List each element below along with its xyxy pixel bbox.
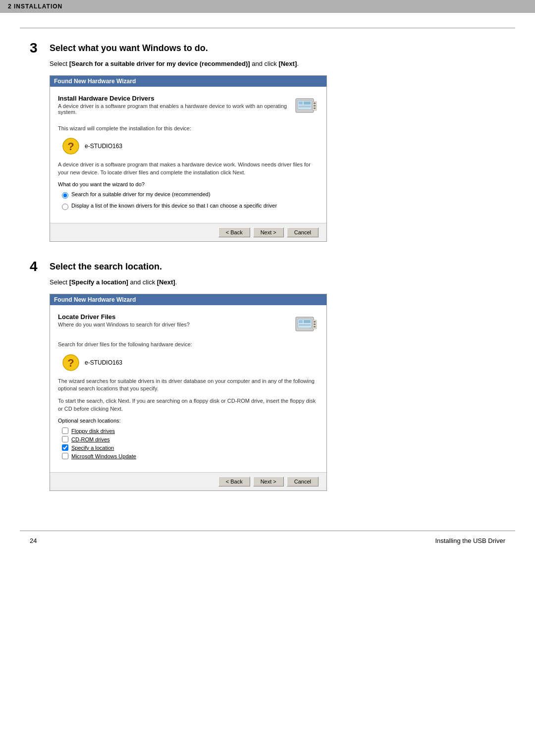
- step4-checkbox1[interactable]: [62, 428, 68, 434]
- svg-text:?: ?: [67, 357, 74, 369]
- step3-wizard-footer: < Back Next > Cancel: [50, 223, 326, 241]
- step3-desc-end: .: [297, 60, 299, 67]
- svg-rect-14: [304, 320, 311, 323]
- footer-title: Installing the USB Driver: [435, 537, 505, 544]
- step4-wizard-dialog: Found New Hardware Wizard Locate Driver …: [50, 294, 327, 491]
- hardware-icon-2: [295, 313, 319, 337]
- step3-wizard-title: Found New Hardware Wizard: [54, 78, 136, 85]
- svg-rect-17: [314, 321, 316, 323]
- step4-optional-label: Optional search locations:: [58, 418, 319, 424]
- step3-radio-group: Search for a suitable driver for my devi…: [62, 191, 319, 210]
- step4-back-button[interactable]: < Back: [218, 477, 250, 486]
- svg-text:?: ?: [67, 140, 74, 153]
- step4-device-name: e-STUDIO163: [85, 359, 122, 366]
- step4-checkbox4-text: Microsoft Windows Update: [71, 453, 136, 459]
- step4-wizard-footer: < Back Next > Cancel: [50, 472, 326, 490]
- step3-back-button[interactable]: < Back: [218, 227, 250, 237]
- step3-desc-bold: [Search for a suitable driver for my dev…: [69, 60, 250, 67]
- step4-checkbox3-label[interactable]: Specify a location: [62, 444, 319, 451]
- step3-radio1-label[interactable]: Search for a suitable driver for my devi…: [62, 191, 319, 199]
- step4-checkbox-group: Floppy disk drives CD-ROM drives Specify…: [62, 428, 319, 459]
- page-footer: 24 Installing the USB Driver: [0, 531, 535, 550]
- step3-wizard-body: Install Hardware Device Drivers A device…: [50, 87, 326, 223]
- step3-desc: Select [Search for a suitable driver for…: [50, 60, 505, 67]
- step3-radio1-text: Search for a suitable driver for my devi…: [71, 191, 211, 197]
- svg-rect-8: [314, 108, 316, 109]
- svg-rect-13: [299, 320, 303, 323]
- svg-rect-7: [314, 105, 316, 107]
- step3-desc-bold2: [Next]: [278, 60, 297, 67]
- step3-number: 3: [30, 41, 50, 55]
- step4-next-button[interactable]: Next >: [253, 477, 284, 486]
- step4-para1: The wizard searches for suitable drivers…: [58, 378, 319, 393]
- step4-checkbox2-label[interactable]: CD-ROM drives: [62, 436, 319, 442]
- step3-question: What do you want the wizard to do?: [58, 181, 319, 187]
- step4-wizard-titlebar: Found New Hardware Wizard: [50, 294, 326, 305]
- svg-rect-15: [299, 324, 311, 326]
- step4-checkbox1-text: Floppy disk drives: [71, 428, 115, 434]
- svg-rect-18: [314, 324, 316, 325]
- svg-rect-2: [299, 102, 303, 105]
- section-header: 2 INSTALLATION: [0, 0, 535, 13]
- step4-section: 4 Select the search location. Select [Sp…: [30, 262, 505, 491]
- step3-install-info: This wizard will complete the installati…: [58, 125, 319, 132]
- step4-checkbox4-label[interactable]: Microsoft Windows Update: [62, 453, 319, 459]
- step3-title: Select what you want Windows to do.: [50, 43, 208, 54]
- section-label: 2 INSTALLATION: [8, 3, 62, 10]
- main-content: 3 Select what you want Windows to do. Se…: [0, 28, 535, 531]
- step4-desc-prefix: Select: [50, 278, 69, 286]
- question-mark-icon: ?: [62, 137, 80, 155]
- step3-next-button[interactable]: Next >: [253, 227, 284, 237]
- step3-radio2-text: Display a list of the known drivers for …: [71, 203, 277, 209]
- step4-desc-end: .: [175, 278, 177, 286]
- step4-desc-suffix: and click: [128, 278, 157, 286]
- step3-section: 3 Select what you want Windows to do. Se…: [30, 43, 505, 242]
- step3-device-row: ? e-STUDIO163: [58, 137, 319, 155]
- step4-number: 4: [30, 260, 50, 273]
- step4-checkbox3-text: Specify a location: [71, 445, 114, 451]
- step3-radio2[interactable]: [62, 204, 68, 210]
- step4-checkbox4[interactable]: [62, 453, 68, 459]
- step4-section-title: Locate Driver Files: [58, 313, 295, 321]
- svg-rect-19: [314, 326, 316, 327]
- step4-cancel-button[interactable]: Cancel: [287, 477, 319, 486]
- step4-wizard-header-row: Locate Driver Files Where do you want Wi…: [58, 313, 319, 337]
- step3-desc-prefix: Select: [50, 60, 69, 67]
- step4-wizard-header-text: Locate Driver Files Where do you want Wi…: [58, 313, 295, 333]
- question-mark-icon-2: ?: [62, 354, 80, 372]
- step4-section-desc: Where do you want Windows to search for …: [58, 322, 295, 327]
- svg-rect-6: [314, 103, 316, 104]
- step3-para1: A device driver is a software program th…: [58, 161, 319, 176]
- step4-install-info: Search for driver files for the followin…: [58, 341, 319, 348]
- step4-wizard-body: Locate Driver Files Where do you want Wi…: [50, 305, 326, 472]
- step3-wizard-dialog: Found New Hardware Wizard Install Hardwa…: [50, 75, 327, 242]
- step4-desc: Select [Specify a location] and click [N…: [50, 278, 505, 286]
- svg-rect-4: [299, 106, 311, 108]
- step3-wizard-header-row: Install Hardware Device Drivers A device…: [58, 95, 319, 121]
- step4-title: Select the search location.: [50, 262, 162, 272]
- step3-desc-suffix: and click: [250, 60, 279, 67]
- step3-section-title: Install Hardware Device Drivers: [58, 95, 295, 102]
- step4-header: 4 Select the search location.: [30, 262, 505, 273]
- svg-rect-3: [304, 102, 311, 105]
- step3-header: 3 Select what you want Windows to do.: [30, 43, 505, 55]
- step4-checkbox1-label[interactable]: Floppy disk drives: [62, 428, 319, 434]
- hardware-icon: [295, 95, 319, 118]
- step3-wizard-titlebar: Found New Hardware Wizard: [50, 76, 326, 87]
- step3-radio1[interactable]: [62, 192, 68, 199]
- step4-wizard-title: Found New Hardware Wizard: [54, 296, 136, 303]
- step4-checkbox3[interactable]: [62, 444, 68, 451]
- step3-section-desc: A device driver is a software program th…: [58, 103, 295, 115]
- step4-desc-bold: [Specify a location]: [69, 278, 128, 286]
- step4-desc-bold2: [Next]: [157, 278, 175, 286]
- page-number: 24: [30, 537, 37, 544]
- step4-checkbox2-text: CD-ROM drives: [71, 436, 110, 442]
- step4-device-row: ? e-STUDIO163: [58, 354, 319, 372]
- step3-radio2-label[interactable]: Display a list of the known drivers for …: [62, 203, 319, 210]
- step4-checkbox2[interactable]: [62, 436, 68, 442]
- step3-cancel-button[interactable]: Cancel: [287, 227, 319, 237]
- step3-wizard-header-text: Install Hardware Device Drivers A device…: [58, 95, 295, 121]
- step4-para2: To start the search, click Next. If you …: [58, 397, 319, 413]
- step3-device-name: e-STUDIO163: [85, 143, 122, 150]
